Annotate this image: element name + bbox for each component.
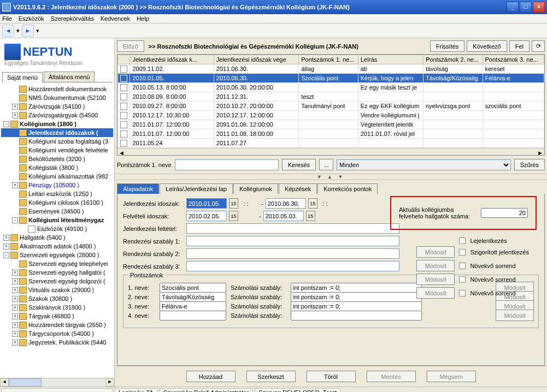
nav-tree[interactable]: Hozzárendelt dokumentumokNMS Dokumentumo… bbox=[0, 82, 114, 378]
score-modify-button[interactable]: Módosít bbox=[496, 310, 534, 321]
tree-node[interactable]: Kollégiumi vendégek felvétele bbox=[1, 146, 113, 155]
tree-node[interactable]: +Pénzügy (105000 ) bbox=[1, 181, 113, 189]
admit-from-input[interactable] bbox=[186, 211, 227, 221]
search-button[interactable]: Keresés bbox=[282, 159, 316, 170]
tree-node[interactable]: Kollégiumi alkalmazottak (982 bbox=[1, 172, 113, 181]
grid-header[interactable]: Jelentkezési időszak k... bbox=[130, 55, 214, 64]
prev-button[interactable]: Előző bbox=[117, 40, 144, 52]
tree-node[interactable]: +Szakok (30800 ) bbox=[1, 294, 113, 303]
grid-header[interactable]: Pontszámok 3. ne... bbox=[483, 55, 544, 64]
row-checkbox[interactable] bbox=[118, 102, 130, 111]
menu-favorites[interactable]: Kedvencek bbox=[101, 15, 130, 22]
next-button[interactable]: Következő bbox=[467, 40, 507, 52]
score-name-input[interactable] bbox=[160, 311, 226, 320]
tab-dorms[interactable]: Kollégiumok bbox=[233, 183, 278, 194]
apply-from-input[interactable] bbox=[186, 198, 227, 209]
menu-help[interactable]: Help bbox=[137, 15, 149, 22]
nav-fwd-dropdown[interactable]: ▾ bbox=[36, 27, 39, 34]
tree-node[interactable]: Beköltöztetés (3200 ) bbox=[1, 155, 113, 163]
modify2-button[interactable]: Módosít bbox=[416, 260, 455, 271]
tree-node[interactable]: +Hozzárendelt tárgyak (2650 ) bbox=[1, 320, 113, 329]
nav-back-button[interactable]: ◄ bbox=[2, 25, 14, 37]
filter-more-button[interactable]: ... bbox=[319, 159, 333, 170]
strict-checkbox[interactable] bbox=[459, 249, 466, 256]
tree-node[interactable]: NMS Dokumentumok (52100 bbox=[1, 93, 113, 102]
table-row[interactable]: 2010.08.09. 8:00:002011.12.31.teszt bbox=[118, 92, 544, 102]
tree-node[interactable]: -Kollégiumok (1800 ) bbox=[1, 120, 113, 128]
calendar-icon[interactable]: 15 bbox=[306, 211, 315, 221]
table-row[interactable]: 2010.09.27. 8:00:002010.10.27. 20:00:00T… bbox=[118, 102, 544, 111]
score-name-input[interactable] bbox=[160, 283, 226, 293]
minimize-button[interactable]: _ bbox=[507, 2, 519, 13]
row-checkbox[interactable] bbox=[118, 139, 130, 148]
modify4-button[interactable]: Módosít bbox=[416, 287, 455, 299]
table-row[interactable]: 2011.01.07. 12:00:002091.01.08. 12:00:00… bbox=[118, 120, 544, 129]
tree-node[interactable]: +Szervezeti egység hallgatói ( bbox=[1, 268, 113, 277]
tab-trainings[interactable]: Képzések bbox=[279, 183, 317, 194]
tab-desc[interactable]: Leírás/Jelentkezési lap bbox=[160, 183, 233, 194]
filter-value-input[interactable] bbox=[175, 159, 279, 170]
tree-node[interactable]: +Virtuális szakok (29000 ) bbox=[1, 286, 113, 294]
add-button[interactable]: Hozzáad bbox=[186, 371, 236, 382]
grid-header[interactable] bbox=[118, 55, 130, 64]
tree-node[interactable]: Hozzárendelt dokumentumok bbox=[1, 85, 113, 93]
tree-node[interactable]: +Szakirányok (31800 ) bbox=[1, 303, 113, 312]
row-checkbox[interactable] bbox=[118, 120, 130, 129]
grid-header[interactable]: Jelentkezési időszak vége bbox=[214, 55, 298, 64]
tree-node[interactable]: +Tárgyak (46800 ) bbox=[1, 312, 113, 320]
tree-node[interactable]: Szervezeti egység telephelyei bbox=[1, 259, 113, 268]
sidebar-hscroll[interactable]: ◄► bbox=[0, 378, 114, 387]
admit-to-input[interactable] bbox=[263, 211, 304, 221]
tree-node[interactable]: Események (34500 ) bbox=[1, 207, 113, 216]
side-tab-general[interactable]: Általános menü bbox=[44, 72, 95, 82]
save-button[interactable]: Mentés bbox=[367, 371, 416, 382]
calendar-icon[interactable]: 15 bbox=[229, 211, 238, 221]
calendar-icon[interactable]: 15 bbox=[308, 198, 317, 209]
tree-node[interactable]: +Záróvizsgatárgyak (54500 bbox=[1, 111, 113, 120]
signoff-checkbox[interactable] bbox=[459, 237, 466, 244]
grid-header[interactable]: Pontszámok 2. ne... bbox=[423, 55, 483, 64]
row-checkbox[interactable] bbox=[118, 129, 130, 139]
table-row[interactable]: 2010.05.13. 8:00:002010.06.30. 20:00:00E… bbox=[118, 83, 544, 92]
tree-node[interactable]: +Alkalmazotti adatok (14800 ) bbox=[1, 242, 113, 251]
edit-button[interactable]: Szerkeszt bbox=[246, 371, 296, 382]
up-button[interactable]: Fel bbox=[509, 40, 530, 52]
capacity-input[interactable] bbox=[481, 208, 528, 218]
tree-node[interactable]: Leltári eszközök (1250 ) bbox=[1, 189, 113, 198]
maximize-button[interactable]: □ bbox=[520, 2, 532, 13]
grid-header[interactable]: Leírás bbox=[358, 55, 423, 64]
score-name-input[interactable] bbox=[160, 301, 226, 311]
apply-to-input[interactable] bbox=[266, 198, 306, 209]
delete-button[interactable]: Töröl bbox=[307, 371, 356, 382]
tab-basic[interactable]: Alapadatok bbox=[117, 183, 159, 194]
score-rule-input[interactable] bbox=[291, 292, 422, 302]
filter-apply-button[interactable]: Szűrés bbox=[514, 159, 545, 170]
menu-tools[interactable]: Eszközök bbox=[19, 15, 44, 22]
sort1-input[interactable] bbox=[186, 236, 399, 246]
tree-node[interactable]: Eszközök (49100 ) bbox=[1, 224, 113, 233]
tree-node[interactable]: -Kollégiumi létesítménygaz bbox=[1, 216, 113, 224]
table-row[interactable]: 2009.11.02.2011.06.30.átlagabtávolságker… bbox=[118, 64, 544, 74]
grid-hscroll[interactable]: ◄► bbox=[117, 148, 544, 156]
side-tab-own[interactable]: Saját menü bbox=[2, 72, 43, 82]
tree-node[interactable]: +Jegyzetek, Publikációk (5440 bbox=[1, 338, 113, 347]
table-row[interactable]: 2010.01.05.2010.06.30.Szociális pontKérj… bbox=[118, 74, 544, 83]
row-checkbox[interactable] bbox=[118, 74, 130, 83]
splitter[interactable]: ▼ ▲ ▼ bbox=[115, 174, 547, 180]
nav-back-dropdown[interactable]: ▾ bbox=[16, 27, 20, 34]
tree-node[interactable]: +Záróvizsgák (54100 ) bbox=[1, 102, 113, 111]
menu-file[interactable]: File bbox=[2, 15, 12, 22]
calendar-icon[interactable]: 15 bbox=[229, 198, 238, 209]
modify1-button[interactable]: Módosít bbox=[416, 246, 455, 258]
menu-roleswitch[interactable]: Szerepkörváltás bbox=[51, 15, 94, 22]
grid-header[interactable]: Pontszámok 1. ne... bbox=[299, 55, 358, 64]
periods-grid[interactable]: Jelentkezési időszak k...Jelentkezési id… bbox=[117, 54, 545, 156]
tree-node[interactable]: Jelentkezési időszakok ( bbox=[1, 128, 113, 137]
table-row[interactable]: 2010.12.17. 10:30:002010.12.17. 12:00:00… bbox=[118, 111, 544, 120]
tree-node[interactable]: +Szervezeti egység dolgozói ( bbox=[1, 277, 113, 286]
nav-forward-button[interactable]: ► bbox=[22, 25, 34, 37]
score-rule-input[interactable] bbox=[291, 311, 422, 320]
filter-scope-select[interactable]: Minden bbox=[337, 159, 511, 170]
score-rule-input[interactable] bbox=[291, 283, 422, 293]
row-checkbox[interactable] bbox=[118, 64, 130, 74]
